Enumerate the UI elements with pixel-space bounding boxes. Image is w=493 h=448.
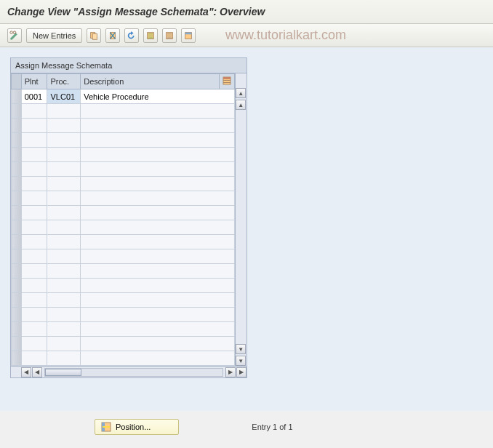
row-selector[interactable] [12,249,22,264]
cell-desc[interactable] [81,264,235,279]
column-header-desc[interactable]: Description [81,74,220,89]
cell-proc[interactable] [47,133,81,148]
cell-proc[interactable] [47,191,81,206]
cell-desc[interactable] [81,249,235,264]
cell-desc[interactable] [81,279,235,293]
scroll-up-arrow[interactable]: ▲ [236,88,246,98]
select-all-button[interactable] [143,28,158,43]
cell-proc[interactable] [47,177,81,191]
cell-proc[interactable] [47,279,81,293]
cell-desc[interactable] [81,177,235,191]
cell-desc[interactable] [81,162,235,177]
cell-plnt[interactable] [21,249,47,264]
cell-plnt[interactable] [21,191,47,206]
cell-desc[interactable] [81,235,235,249]
cell-proc[interactable] [47,206,81,220]
scroll-left-arrow[interactable]: ◀ [32,367,42,377]
cell-desc[interactable] [81,322,235,337]
row-selector[interactable] [12,351,22,366]
cell-desc[interactable] [81,133,235,148]
cell-proc[interactable] [47,162,81,177]
row-selector[interactable] [12,119,22,133]
toggle-button[interactable] [7,28,22,43]
cell-plnt[interactable] [21,162,47,177]
new-entries-button[interactable]: New Entries [26,28,82,43]
cell-desc[interactable] [81,220,235,235]
row-selector[interactable] [12,264,22,279]
cell-plnt[interactable]: 0001 [21,89,47,104]
column-settings-button[interactable] [220,74,235,89]
row-selector[interactable] [12,133,22,148]
cell-proc[interactable] [47,351,81,366]
cell-plnt[interactable] [21,220,47,235]
cell-plnt[interactable] [21,133,47,148]
cell-proc[interactable] [47,264,81,279]
cell-plnt[interactable] [21,279,47,293]
row-selector[interactable] [12,162,22,177]
cell-proc[interactable]: VLC01 [47,89,81,104]
scroll-last-arrow[interactable]: ▶ [236,367,246,377]
cell-plnt[interactable] [21,119,47,133]
cell-proc[interactable] [47,119,81,133]
cell-desc[interactable] [81,293,235,308]
hscroll-track[interactable] [44,368,223,377]
cell-desc[interactable] [81,104,235,119]
cell-proc[interactable] [47,308,81,322]
row-selector[interactable] [12,89,22,104]
cell-desc[interactable] [81,337,235,351]
row-selector[interactable] [12,279,22,293]
cell-plnt[interactable] [21,322,47,337]
cell-desc[interactable] [81,308,235,322]
cell-proc[interactable] [47,293,81,308]
position-button[interactable]: Position... [95,419,179,435]
cell-proc[interactable] [47,220,81,235]
deselect-all-button[interactable] [162,28,177,43]
horizontal-scrollbar[interactable]: ◀ ◀ ▶ ▶ [11,366,246,377]
row-selector[interactable] [12,308,22,322]
row-selector[interactable] [12,293,22,308]
cell-desc[interactable] [81,119,235,133]
cell-desc[interactable] [81,191,235,206]
undo-button[interactable] [124,28,139,43]
scroll-down-arrow-2[interactable]: ▼ [236,344,246,354]
cell-proc[interactable] [47,337,81,351]
cell-plnt[interactable] [21,235,47,249]
cell-plnt[interactable] [21,264,47,279]
cell-desc[interactable] [81,206,235,220]
cell-proc[interactable] [47,322,81,337]
cell-plnt[interactable] [21,206,47,220]
delete-button[interactable] [105,28,120,43]
cell-plnt[interactable] [21,293,47,308]
row-selector-header[interactable] [12,74,22,89]
row-selector[interactable] [12,177,22,191]
cell-proc[interactable] [47,148,81,162]
row-selector[interactable] [12,206,22,220]
cell-desc[interactable] [81,148,235,162]
hscroll-thumb[interactable] [45,369,81,376]
cell-desc[interactable]: Vehicle Procedure [81,89,235,104]
cell-proc[interactable] [47,249,81,264]
scroll-up-arrow-2[interactable]: ▲ [236,100,246,110]
row-selector[interactable] [12,322,22,337]
cell-proc[interactable] [47,235,81,249]
row-selector[interactable] [12,235,22,249]
cell-plnt[interactable] [21,308,47,322]
scroll-down-arrow[interactable]: ▼ [236,356,246,366]
config-button[interactable] [181,28,196,43]
scroll-first-arrow[interactable]: ◀ [21,367,31,377]
cell-plnt[interactable] [21,104,47,119]
column-header-proc[interactable]: Proc. [47,74,81,89]
cell-plnt[interactable] [21,148,47,162]
cell-plnt[interactable] [21,351,47,366]
cell-proc[interactable] [47,104,81,119]
row-selector[interactable] [12,337,22,351]
row-selector[interactable] [12,148,22,162]
copy-button[interactable] [87,28,101,43]
column-header-plnt[interactable]: Plnt [21,74,47,89]
scroll-right-arrow[interactable]: ▶ [225,367,236,377]
vertical-scrollbar[interactable]: ▲ ▲ ▼ ▼ [235,73,246,366]
row-selector[interactable] [12,220,22,235]
cell-plnt[interactable] [21,337,47,351]
cell-plnt[interactable] [21,177,47,191]
row-selector[interactable] [12,104,22,119]
